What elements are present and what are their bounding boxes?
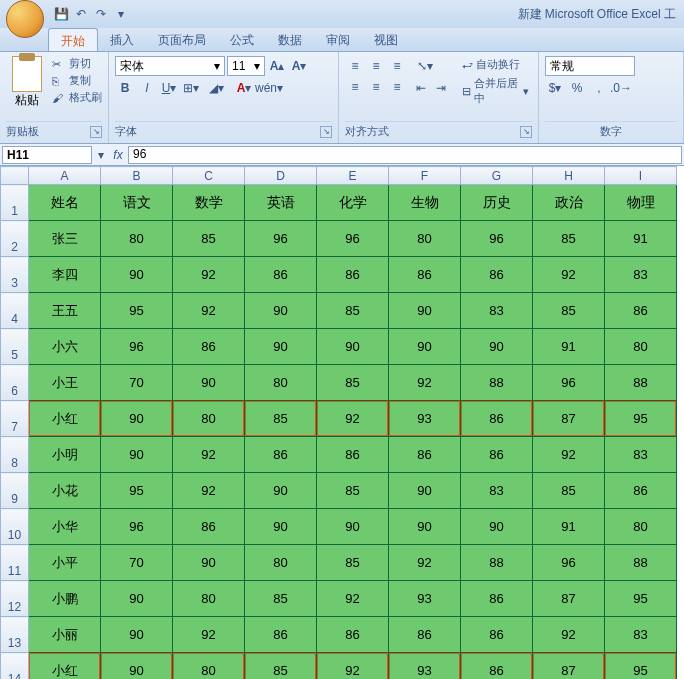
data-cell[interactable]: 95	[605, 401, 677, 437]
align-top-icon[interactable]: ≡	[345, 56, 365, 76]
align-center-icon[interactable]: ≡	[366, 77, 386, 97]
percent-button[interactable]: %	[567, 78, 587, 98]
qat-dropdown-icon[interactable]: ▾	[112, 5, 130, 23]
tab-审阅[interactable]: 审阅	[314, 28, 362, 51]
format-painter-button[interactable]: 🖌格式刷	[52, 90, 102, 105]
increase-font-icon[interactable]: A▴	[267, 56, 287, 76]
row-header-8[interactable]: 8	[1, 437, 29, 473]
row-header-12[interactable]: 12	[1, 581, 29, 617]
data-cell[interactable]: 86	[461, 401, 533, 437]
data-cell[interactable]: 小明	[29, 437, 101, 473]
orientation-button[interactable]: ⤡▾	[411, 56, 439, 76]
data-cell[interactable]: 86	[245, 617, 317, 653]
save-icon[interactable]: 💾	[52, 5, 70, 23]
header-cell[interactable]: 生物	[389, 185, 461, 221]
data-cell[interactable]: 92	[173, 293, 245, 329]
data-cell[interactable]: 96	[245, 221, 317, 257]
increase-indent-icon[interactable]: ⇥	[431, 78, 451, 98]
data-cell[interactable]: 80	[101, 221, 173, 257]
data-cell[interactable]: 85	[317, 545, 389, 581]
data-cell[interactable]: 88	[461, 365, 533, 401]
data-cell[interactable]: 90	[245, 293, 317, 329]
data-cell[interactable]: 90	[389, 329, 461, 365]
data-cell[interactable]: 85	[317, 365, 389, 401]
fx-icon[interactable]: fx	[108, 148, 128, 162]
data-cell[interactable]: 90	[389, 293, 461, 329]
row-header-13[interactable]: 13	[1, 617, 29, 653]
data-cell[interactable]: 92	[173, 617, 245, 653]
merge-center-button[interactable]: ⊟合并后居中▾	[459, 75, 532, 107]
data-cell[interactable]: 93	[389, 401, 461, 437]
data-cell[interactable]: 86	[461, 257, 533, 293]
office-button[interactable]	[6, 0, 44, 38]
cut-button[interactable]: ✂剪切	[52, 56, 102, 71]
col-header-I[interactable]: I	[605, 167, 677, 185]
data-cell[interactable]: 小红	[29, 401, 101, 437]
data-cell[interactable]: 87	[533, 581, 605, 617]
row-header-2[interactable]: 2	[1, 221, 29, 257]
data-cell[interactable]: 88	[605, 365, 677, 401]
dialog-launcher-icon[interactable]: ↘	[90, 126, 102, 138]
data-cell[interactable]: 86	[461, 581, 533, 617]
data-cell[interactable]: 90	[101, 653, 173, 680]
data-cell[interactable]: 85	[245, 581, 317, 617]
row-header-4[interactable]: 4	[1, 293, 29, 329]
row-header-9[interactable]: 9	[1, 473, 29, 509]
col-header-B[interactable]: B	[101, 167, 173, 185]
data-cell[interactable]: 83	[461, 293, 533, 329]
header-cell[interactable]: 英语	[245, 185, 317, 221]
data-cell[interactable]: 小华	[29, 509, 101, 545]
row-header-5[interactable]: 5	[1, 329, 29, 365]
data-cell[interactable]: 86	[173, 509, 245, 545]
data-cell[interactable]: 90	[245, 473, 317, 509]
dialog-launcher-icon[interactable]: ↘	[320, 126, 332, 138]
data-cell[interactable]: 96	[461, 221, 533, 257]
font-name-combo[interactable]: 宋体▾	[115, 56, 225, 76]
undo-icon[interactable]: ↶	[72, 5, 90, 23]
row-header-7[interactable]: 7	[1, 401, 29, 437]
data-cell[interactable]: 95	[605, 581, 677, 617]
data-cell[interactable]: 91	[533, 329, 605, 365]
data-cell[interactable]: 86	[173, 329, 245, 365]
data-cell[interactable]: 92	[317, 653, 389, 680]
data-cell[interactable]: 92	[173, 437, 245, 473]
data-cell[interactable]: 96	[317, 221, 389, 257]
data-cell[interactable]: 86	[317, 257, 389, 293]
data-cell[interactable]: 83	[461, 473, 533, 509]
data-cell[interactable]: 85	[533, 293, 605, 329]
border-button[interactable]: ⊞▾	[181, 78, 201, 98]
row-header-14[interactable]: 14	[1, 653, 29, 680]
data-cell[interactable]: 90	[101, 257, 173, 293]
data-cell[interactable]: 90	[245, 329, 317, 365]
header-cell[interactable]: 政治	[533, 185, 605, 221]
data-cell[interactable]: 86	[605, 473, 677, 509]
data-cell[interactable]: 80	[173, 581, 245, 617]
redo-icon[interactable]: ↷	[92, 5, 110, 23]
data-cell[interactable]: 85	[245, 653, 317, 680]
data-cell[interactable]: 86	[461, 653, 533, 680]
header-cell[interactable]: 数学	[173, 185, 245, 221]
data-cell[interactable]: 86	[317, 617, 389, 653]
data-cell[interactable]: 85	[173, 221, 245, 257]
data-cell[interactable]: 83	[605, 617, 677, 653]
tab-插入[interactable]: 插入	[98, 28, 146, 51]
data-cell[interactable]: 80	[605, 509, 677, 545]
phonetic-button[interactable]: wén▾	[259, 78, 279, 98]
tab-开始[interactable]: 开始	[48, 28, 98, 51]
data-cell[interactable]: 80	[605, 329, 677, 365]
data-cell[interactable]: 90	[173, 545, 245, 581]
italic-button[interactable]: I	[137, 78, 157, 98]
data-cell[interactable]: 95	[605, 653, 677, 680]
data-cell[interactable]: 80	[389, 221, 461, 257]
copy-button[interactable]: ⎘复制	[52, 73, 102, 88]
data-cell[interactable]: 90	[245, 509, 317, 545]
data-cell[interactable]: 小红	[29, 653, 101, 680]
align-right-icon[interactable]: ≡	[387, 77, 407, 97]
col-header-G[interactable]: G	[461, 167, 533, 185]
data-cell[interactable]: 92	[317, 581, 389, 617]
col-header-F[interactable]: F	[389, 167, 461, 185]
data-cell[interactable]: 李四	[29, 257, 101, 293]
data-cell[interactable]: 88	[461, 545, 533, 581]
col-header-D[interactable]: D	[245, 167, 317, 185]
align-middle-icon[interactable]: ≡	[366, 56, 386, 76]
